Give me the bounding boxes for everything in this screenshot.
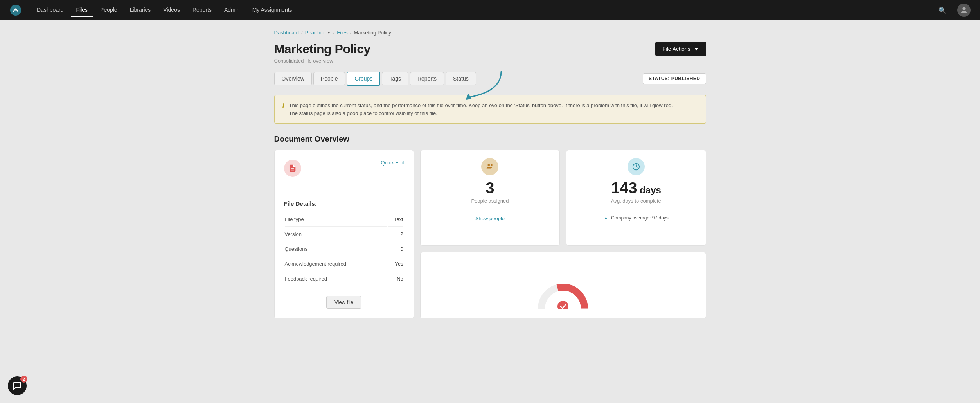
svg-point-7 [491,164,493,166]
breadcrumb-dashboard[interactable]: Dashboard [274,30,299,36]
file-type-label: File type [285,212,387,227]
notification-badge: 2 [20,376,27,383]
file-actions-button[interactable]: File Actions ▼ [655,42,706,56]
info-banner: i This page outlines the current status,… [274,95,706,124]
table-row: Questions 0 [285,242,403,256]
feedback-value: No [388,272,403,286]
tab-people[interactable]: People [313,72,345,85]
days-label: Avg. days to complete [574,198,698,204]
page-title: Marketing Policy [274,42,370,56]
nav-reports[interactable]: Reports [187,4,217,17]
file-actions-chevron-icon: ▼ [694,46,699,52]
tab-groups[interactable]: Groups [347,72,380,86]
donut-chart [538,277,588,309]
search-icon[interactable]: 🔍 [935,4,949,17]
main-content: Dashboard / Pear Inc. ▼ / Files / Market… [255,20,725,328]
version-value: 2 [388,227,403,241]
breadcrumb-sep-1: / [301,30,303,36]
breadcrumb-files[interactable]: Files [337,30,347,36]
nav-items: Dashboard Files People Libraries Videos … [31,4,932,17]
quick-edit-link[interactable]: Quick Edit [381,160,404,166]
view-file-area: View file [284,296,404,309]
svg-point-1 [14,8,17,11]
breadcrumb-company-link[interactable]: Pear Inc. [305,30,325,36]
breadcrumb-current: Marketing Policy [354,30,391,36]
company-avg-value: 97 days [652,215,669,221]
days-count: 143 days [574,180,698,196]
file-actions-label: File Actions [662,46,690,52]
nav-dashboard[interactable]: Dashboard [31,4,69,17]
file-type-value: Text [388,212,403,227]
people-count: 3 [428,180,552,196]
feedback-label: Feedback required [285,272,387,286]
info-icon: i [282,102,284,110]
user-avatar[interactable] [957,4,971,17]
cards-grid: Quick Edit File Details: File type Text … [274,150,706,318]
questions-label: Questions [285,242,387,256]
table-row: Acknowledgement required Yes [285,257,403,271]
navbar: Dashboard Files People Libraries Videos … [0,0,980,20]
nav-videos[interactable]: Videos [158,4,185,17]
clock-icon [628,158,645,175]
table-row: File type Text [285,212,403,227]
ack-value: Yes [388,257,403,271]
breadcrumb-company[interactable]: Pear Inc. ▼ [305,30,331,36]
page-subtitle: Consolidated file overview [274,58,706,64]
table-row: Version 2 [285,227,403,241]
days-card: 143 days Avg. days to complete ▲ Company… [566,150,706,246]
nav-files[interactable]: Files [71,4,94,17]
nav-my-assignments[interactable]: My Assignments [247,4,298,17]
up-arrow-icon: ▲ [604,215,608,221]
info-text: This page outlines the current status, a… [289,102,673,117]
notification-bubble[interactable]: 2 [8,376,27,395]
svg-point-2 [962,7,965,10]
nav-libraries[interactable]: Libraries [124,4,156,17]
info-line-2: The status page is also a good place to … [289,110,673,117]
file-details-table: File type Text Version 2 Questions 0 Ack… [284,212,404,286]
app-logo[interactable] [9,4,22,16]
breadcrumb: Dashboard / Pear Inc. ▼ / Files / Market… [274,30,706,36]
file-details-title: File Details: [284,200,404,207]
tab-overview[interactable]: Overview [274,72,312,85]
people-divider [428,210,552,210]
version-label: Version [285,227,387,241]
breadcrumb-sep-3: / [350,30,352,36]
tab-reports[interactable]: Reports [410,72,444,85]
chart-card [420,252,706,319]
company-avg: ▲ Company average: 97 days [574,215,698,221]
company-avg-label: Company average: [611,215,651,221]
questions-value: 0 [388,242,403,256]
breadcrumb-sep-2: / [333,30,335,36]
nav-people[interactable]: People [95,4,123,17]
days-divider [574,210,698,210]
file-details-card: Quick Edit File Details: File type Text … [274,150,414,318]
ack-label: Acknowledgement required [285,257,387,271]
card-top-row: Quick Edit [284,160,404,177]
page-header: Marketing Policy File Actions ▼ [274,42,706,56]
info-line-1: This page outlines the current status, a… [289,102,673,110]
view-file-button[interactable]: View file [326,296,361,309]
file-icon-circle [284,160,301,177]
nav-admin[interactable]: Admin [219,4,245,17]
chevron-down-icon: ▼ [327,31,331,35]
people-label: People assigned [428,198,552,204]
tab-tags[interactable]: Tags [382,72,408,85]
people-assigned-card: 3 People assigned Show people [420,150,560,246]
tabs-area: Overview People Groups Tags Reports Stat… [274,72,706,86]
status-badge[interactable]: STATUS: PUBLISHED [643,73,706,84]
svg-point-6 [488,164,490,166]
document-overview-title: Document Overview [274,135,706,144]
people-icon [481,158,498,175]
show-people-link[interactable]: Show people [475,216,505,221]
tab-status[interactable]: Status [446,72,476,85]
table-row: Feedback required No [285,272,403,286]
